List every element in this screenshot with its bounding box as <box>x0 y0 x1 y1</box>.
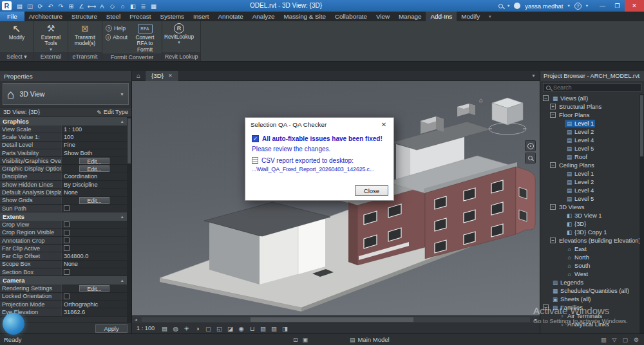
property-value[interactable]: 1 : 100 <box>61 126 127 133</box>
property-value[interactable]: Edit... <box>61 157 127 164</box>
property-value[interactable]: Edit... <box>61 165 127 172</box>
user-menu-chevron-icon[interactable]: ▾ <box>567 3 569 8</box>
property-group-extents[interactable]: Extents▲ <box>0 212 127 221</box>
home-icon[interactable]: ⌂ <box>132 72 145 79</box>
collapse-chevron-icon[interactable]: ▲ <box>120 214 124 219</box>
tree-item-level-4[interactable]: ▤Level 4 <box>540 186 644 194</box>
checkbox[interactable] <box>64 230 70 236</box>
redo-icon[interactable]: ↷ <box>56 3 66 10</box>
revitlookup-button[interactable]: RRevitLookup▼ <box>164 22 194 51</box>
property-group-graphics[interactable]: Graphics▲ <box>0 117 127 126</box>
tree-item-3d-copy-1[interactable]: ◧{3D} Copy 1 <box>540 228 644 236</box>
property-value[interactable]: Coordination <box>61 173 127 180</box>
about-button[interactable]: iAbout <box>106 34 128 41</box>
property-value[interactable]: Edit... <box>61 197 127 204</box>
transmit-model-s-button[interactable]: ⊠Transmit model(s) <box>70 22 100 51</box>
property-value[interactable] <box>61 268 127 275</box>
property-value[interactable] <box>61 221 127 228</box>
view-tab-options-icon[interactable]: ▼ <box>531 73 540 78</box>
ribbon-tab-collaborate[interactable]: Collaborate <box>330 12 372 21</box>
tree-item-level-2[interactable]: ▤Level 2 <box>540 127 644 136</box>
property-value[interactable]: By Discipline <box>61 181 127 188</box>
open-icon[interactable]: ▤ <box>15 3 24 10</box>
crop-view-icon[interactable]: ▢ <box>204 324 213 333</box>
tree-item-floor-plans[interactable]: −Floor Plans <box>540 111 644 119</box>
dialog-title-bar[interactable]: Selection QA - QA Checker ✕ <box>245 118 393 131</box>
ribbon-tab-manage[interactable]: Manage <box>394 12 426 21</box>
tree-item-level-1[interactable]: ▤Level 1 <box>540 169 644 178</box>
text-icon[interactable]: A <box>97 3 107 10</box>
properties-palette-title[interactable]: Properties <box>0 71 131 81</box>
property-value[interactable] <box>61 229 127 236</box>
property-value[interactable] <box>61 237 127 244</box>
ribbon-tab-precast[interactable]: Precast <box>125 12 155 21</box>
tree-item-elevations-building-elevation[interactable]: −Elevations (Building Elevation) <box>540 236 644 245</box>
horizontal-scrollbar[interactable]: ◂ ▸ <box>132 315 540 323</box>
main-model-selector[interactable]: ▤ Main Model <box>350 336 390 343</box>
collapse-icon[interactable]: − <box>550 204 556 210</box>
section-icon[interactable]: ◧ <box>128 3 138 10</box>
type-selector-chevron-icon[interactable]: ▼ <box>120 92 124 97</box>
temp-view-props-icon[interactable]: ▧ <box>259 324 267 333</box>
properties-scrollbar[interactable] <box>127 117 131 322</box>
property-value[interactable] <box>61 245 127 252</box>
link-icon[interactable]: ⊡ <box>293 337 298 343</box>
checkbox[interactable] <box>64 221 70 227</box>
unlocked-view-icon[interactable]: ⊔ <box>248 324 256 333</box>
ribbon-tab-architecture[interactable]: Architecture <box>24 12 67 21</box>
tree-item-level-1[interactable]: ▤Level 1 <box>540 119 644 127</box>
scrollbar-thumb[interactable] <box>640 95 643 156</box>
search-input[interactable] <box>553 84 638 91</box>
ribbon-panel-label-etransmit[interactable]: eTransmit <box>68 52 102 61</box>
tree-item-level-5[interactable]: ▤Level 5 <box>540 194 644 203</box>
search-chevron-icon[interactable]: ▾ <box>507 3 509 8</box>
filter-icon[interactable]: ▽ <box>612 337 616 343</box>
tree-item-3d[interactable]: ◧{3D} <box>540 219 644 228</box>
scroll-left-icon[interactable]: ◂ <box>132 317 140 322</box>
tree-item-families[interactable]: −▨Families <box>540 303 644 312</box>
maximize-button[interactable]: ❐ <box>610 0 625 12</box>
show-crop-icon[interactable]: ◱ <box>215 324 223 333</box>
tree-item-ceiling-plans[interactable]: −Ceiling Plans <box>540 161 644 169</box>
ribbon-tab-annotate[interactable]: Annotate <box>213 12 247 21</box>
temporary-hide-icon[interactable]: ◪ <box>226 324 234 333</box>
collapse-chevron-icon[interactable]: ▲ <box>120 278 124 283</box>
tree-item-views-all[interactable]: −▦Views (all) <box>540 94 644 102</box>
property-value[interactable]: Fine <box>61 142 127 149</box>
checkbox[interactable] <box>64 269 70 275</box>
select-toggle-icon[interactable]: ▢ <box>622 337 628 343</box>
worksharing-icon[interactable]: ▨ <box>270 324 278 333</box>
undo-icon[interactable]: ↶ <box>46 3 55 10</box>
browser-search-box[interactable] <box>543 83 641 92</box>
apply-button[interactable]: Apply <box>95 324 128 333</box>
ribbon-tab-structure[interactable]: Structure <box>67 12 102 21</box>
workset-icon[interactable]: ▣ <box>303 337 308 343</box>
ribbon-tab-analyze[interactable]: Analyze <box>248 12 279 21</box>
edit-button[interactable]: Edit... <box>79 197 110 204</box>
property-value[interactable]: Show Both <box>61 149 127 156</box>
ribbon-panel-label-select[interactable]: Select ▾ <box>0 52 33 61</box>
tree-item-roof[interactable]: ▤Roof <box>540 153 644 161</box>
dimension-icon[interactable]: ⟷ <box>87 3 97 10</box>
property-value[interactable]: 31862.6 <box>61 308 127 315</box>
view-scale-button[interactable]: 1 : 100 <box>137 325 155 331</box>
tree-item-level-2[interactable]: ▤Level 2 <box>540 178 644 186</box>
minimize-button[interactable]: — <box>595 0 610 12</box>
checkbox[interactable] <box>64 245 70 251</box>
signed-in-user[interactable]: yassa.medhat <box>525 3 563 10</box>
detail-level-icon[interactable]: ▤ <box>160 324 169 333</box>
tree-item-south[interactable]: ⌂South <box>540 261 644 270</box>
tag-icon[interactable]: ◇ <box>108 3 117 10</box>
tree-item-3d-view-1[interactable]: ◧3D View 1 <box>540 211 644 219</box>
collapse-icon[interactable]: − <box>550 112 556 118</box>
type-selector[interactable]: ⌂ 3D View ▼ <box>3 83 129 105</box>
settings-icon[interactable]: ⚙ <box>634 337 639 343</box>
tree-item-schedules-quantities-all[interactable]: ▦Schedules/Quantities (all) <box>540 286 644 295</box>
save-icon[interactable]: ◫ <box>25 3 35 10</box>
close-view-tab-icon[interactable]: ✕ <box>168 73 173 79</box>
ribbon-tab-view[interactable]: View <box>372 12 394 21</box>
revit-app-icon[interactable]: R <box>2 1 12 10</box>
external-tools-button[interactable]: ⚒External Tools▼ <box>36 22 66 51</box>
collapse-icon[interactable]: − <box>543 304 549 310</box>
property-group-camera[interactable]: Camera▲ <box>0 276 127 284</box>
